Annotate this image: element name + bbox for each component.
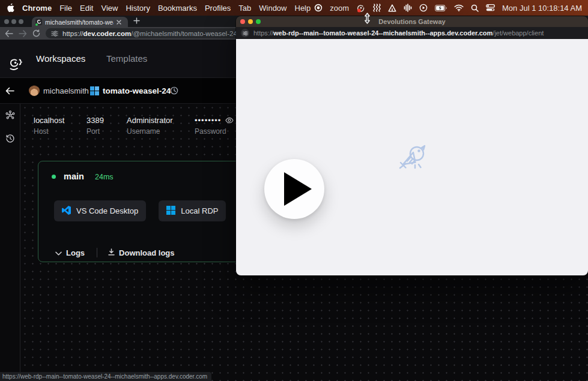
windows-logo-icon — [166, 206, 175, 217]
password-field: •••••••• Password — [195, 116, 234, 136]
breadcrumb-separator: / — [83, 86, 85, 95]
coder-logo-icon[interactable] — [8, 57, 23, 74]
devolutions-bird-logo — [398, 142, 428, 175]
port-label: Port — [86, 127, 104, 136]
gateway-window-controls — [240, 19, 261, 24]
menubar-status-area: zoom Mon Jul 1 10:18:14 AM — [314, 3, 582, 13]
menu-window[interactable]: Window — [259, 4, 286, 13]
menu-edit[interactable]: Edit — [80, 4, 93, 13]
nav-workspaces[interactable]: Workspaces — [36, 53, 85, 64]
download-logs-button[interactable]: Download logs — [108, 248, 174, 257]
url-scheme: https:// — [62, 30, 83, 37]
show-password-eye-icon[interactable] — [225, 117, 234, 124]
close-window-button[interactable] — [4, 19, 9, 24]
site-settings-icon[interactable] — [51, 30, 58, 37]
logs-toggle-button[interactable]: Logs — [55, 248, 85, 257]
vscode-icon — [62, 206, 71, 217]
forward-button[interactable] — [19, 30, 27, 37]
download-icon — [108, 248, 115, 257]
menu-profiles[interactable]: Profiles — [205, 4, 231, 13]
gateway-url-scheme: https:// — [253, 29, 273, 37]
gateway-window: Devolutions Gateway https://web-rdp--mai… — [236, 16, 588, 275]
zoom-window-button[interactable] — [19, 19, 23, 24]
history-icon[interactable] — [5, 134, 15, 143]
breadcrumb-workspace-name[interactable]: tomato-weasel-24 — [103, 86, 171, 95]
minimize-window-button[interactable] — [11, 19, 16, 24]
tab-close-icon[interactable] — [117, 20, 121, 25]
link-preview-statusbar: https://web-rdp--main--tomato-weasel-24-… — [0, 372, 211, 381]
host-field: localhost Host — [34, 116, 64, 136]
menu-bookmarks[interactable]: Bookmarks — [158, 4, 197, 13]
control-center-icon[interactable] — [486, 3, 495, 13]
gateway-titlebar[interactable]: Devolutions Gateway — [236, 16, 588, 27]
menu-file[interactable]: File — [59, 4, 72, 13]
battery-icon[interactable] — [435, 3, 447, 13]
port-value: 3389 — [86, 116, 104, 125]
agent-status-dot — [52, 175, 56, 179]
schedule-clock-icon[interactable] — [170, 86, 178, 95]
gateway-window-title: Devolutions Gateway — [378, 18, 445, 25]
port-field: 3389 Port — [86, 116, 104, 136]
menu-tab[interactable]: Tab — [238, 4, 251, 13]
window-controls — [4, 19, 23, 24]
triangle-icon[interactable] — [388, 3, 396, 13]
resources-topology-icon[interactable] — [5, 110, 15, 120]
apple-icon[interactable] — [7, 3, 14, 13]
local-rdp-button[interactable]: Local RDP — [159, 200, 226, 221]
agent-name: main — [64, 172, 84, 181]
play-circle-icon[interactable] — [419, 3, 428, 13]
username-value: Administrator — [127, 116, 173, 125]
camera-recorder-icon[interactable] — [356, 3, 366, 13]
browser-tab[interactable]: michaelsmith/tomato-weasel- — [32, 17, 128, 27]
menu-history[interactable]: History — [126, 4, 150, 13]
search-icon[interactable] — [471, 3, 479, 13]
password-value: •••••••• — [195, 116, 221, 125]
new-tab-button[interactable] — [133, 17, 140, 24]
back-button[interactable] — [5, 30, 13, 37]
windows-os-icon — [90, 86, 99, 98]
vscode-desktop-button[interactable]: VS Code Desktop — [54, 200, 146, 221]
gateway-close-button[interactable] — [240, 19, 245, 24]
logs-divider — [97, 248, 97, 257]
back-arrow-icon[interactable] — [5, 87, 14, 95]
breadcrumb-username[interactable]: michaelsmith — [43, 86, 89, 95]
wifi-icon[interactable] — [454, 3, 464, 13]
user-avatar[interactable] — [29, 85, 40, 96]
play-session-button[interactable] — [264, 159, 324, 219]
gateway-minimize-button[interactable] — [248, 19, 253, 24]
zoom-menu-label[interactable]: zoom — [330, 4, 349, 13]
record-icon[interactable] — [314, 3, 323, 13]
gateway-site-settings-icon[interactable] — [241, 29, 249, 37]
waves-icon[interactable] — [373, 3, 381, 13]
username-label: Username — [127, 127, 173, 136]
menu-view[interactable]: View — [101, 4, 118, 13]
chevron-down-icon — [55, 248, 62, 257]
menubar-menus: Chrome File Edit View History Bookmarks … — [7, 3, 311, 13]
vscode-button-label: VS Code Desktop — [76, 206, 138, 215]
gateway-url-text: https://web-rdp--main--tomato-weasel-24-… — [253, 29, 544, 37]
local-rdp-button-label: Local RDP — [181, 206, 218, 215]
agent-latency: 24ms — [95, 173, 114, 181]
username-field: Administrator Username — [127, 116, 173, 136]
gateway-address-bar[interactable]: https://web-rdp--main--tomato-weasel-24-… — [236, 27, 588, 39]
workspace-side-rail — [0, 104, 20, 381]
gateway-url-path: /jet/webapp/client — [493, 29, 544, 37]
nav-templates[interactable]: Templates — [106, 53, 147, 64]
host-value: localhost — [34, 116, 64, 125]
menubar-app-name[interactable]: Chrome — [22, 4, 52, 13]
menu-help[interactable]: Help — [295, 4, 311, 13]
agent-logs-row: Logs Download logs — [55, 245, 175, 260]
menubar-clock[interactable]: Mon Jul 1 10:18:14 AM — [502, 4, 582, 13]
url-domain: dev.coder.com — [83, 30, 132, 37]
gateway-zoom-button[interactable] — [256, 19, 261, 24]
download-logs-label: Download logs — [119, 248, 174, 257]
logs-label: Logs — [66, 248, 85, 257]
equalizer-icon[interactable] — [404, 3, 412, 13]
tab-title: michaelsmith/tomato-weasel- — [45, 19, 114, 26]
coder-favicon — [35, 19, 42, 25]
gateway-url-domain: web-rdp--main--tomato-weasel-24--michael… — [273, 29, 493, 37]
password-label: Password — [195, 127, 234, 136]
play-icon — [284, 172, 312, 206]
host-label: Host — [34, 127, 64, 136]
reload-button[interactable] — [32, 29, 40, 37]
